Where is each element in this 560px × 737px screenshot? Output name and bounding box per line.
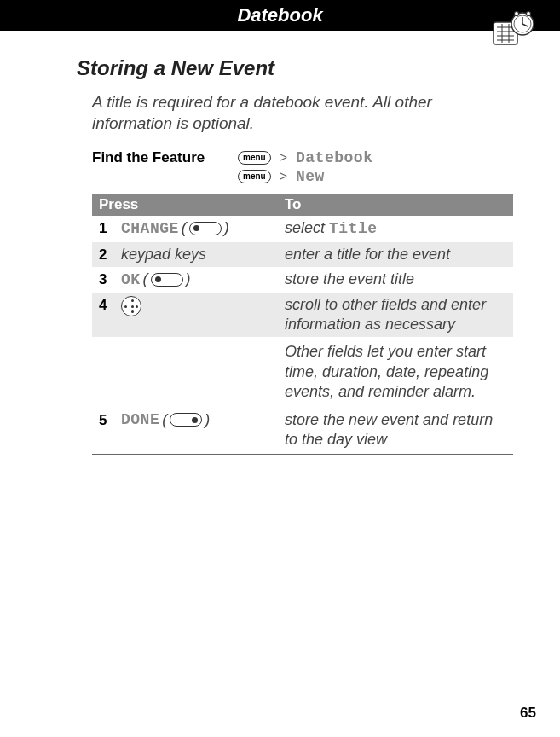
- header-bar: Datebook: [0, 0, 560, 31]
- svg-point-11: [515, 12, 519, 16]
- menu-button-icon: menu: [238, 151, 271, 165]
- step-num: 3: [99, 270, 121, 288]
- header-title: Datebook: [0, 0, 560, 31]
- to-cell: select Title: [285, 218, 506, 239]
- chevron-icon: >: [280, 169, 287, 184]
- table-row: 1 CHANGE () select Title: [92, 216, 513, 241]
- step-num: 5: [99, 410, 121, 429]
- press-cell: CHANGE (): [121, 218, 285, 237]
- th-press: Press: [99, 196, 285, 213]
- feature-row-1: Find the Feature menu > Datebook: [92, 149, 513, 166]
- to-cell: store the event title: [285, 270, 506, 289]
- step-num: 2: [99, 245, 121, 264]
- intro-text: A title is required for a datebook event…: [92, 92, 513, 134]
- datebook-clock-icon: [488, 7, 540, 49]
- table-row: 5 DONE () store the new event and return…: [92, 408, 513, 453]
- menu-button-icon: menu: [238, 170, 271, 183]
- press-cell: OK (): [121, 270, 285, 288]
- steps-table: Press To 1 CHANGE () select Title 2 keyp…: [92, 194, 513, 456]
- extra-note: Other fields let you enter start time, d…: [92, 342, 513, 402]
- path-datebook: Datebook: [296, 149, 372, 166]
- th-to: To: [285, 196, 506, 213]
- to-cell: store the new event and return to the da…: [285, 410, 506, 450]
- section-heading: Storing a New Event: [77, 56, 513, 80]
- table-row: 4 scroll to other fields and enter infor…: [92, 293, 513, 338]
- page-number: 65: [520, 705, 536, 722]
- feature-row-2: menu > New: [92, 168, 513, 185]
- softkey-left-icon: [151, 273, 183, 287]
- press-label: OK: [121, 271, 141, 288]
- content-area: Storing a New Event A title is required …: [0, 41, 560, 456]
- press-cell: keypad keys: [121, 245, 285, 264]
- press-label: CHANGE: [121, 220, 179, 237]
- chevron-icon: >: [280, 150, 287, 165]
- press-label: DONE: [121, 411, 159, 428]
- press-cell: [121, 295, 285, 316]
- press-cell: DONE (): [121, 410, 285, 429]
- nav-circle-icon: [121, 296, 141, 316]
- step-num: 4: [99, 295, 121, 314]
- to-cell: scroll to other fields and enter informa…: [285, 295, 506, 335]
- softkey-left-icon: [189, 222, 222, 235]
- step-num: 1: [99, 218, 121, 237]
- softkey-right-icon: [170, 413, 202, 427]
- path-new: New: [296, 168, 325, 185]
- feature-label: Find the Feature: [92, 149, 233, 166]
- table-row: 2 keypad keys enter a title for the even…: [92, 242, 513, 267]
- table-end-rule: [92, 454, 513, 456]
- svg-point-12: [527, 12, 531, 16]
- table-header: Press To: [92, 194, 513, 216]
- table-row: 3 OK () store the event title: [92, 267, 513, 292]
- to-cell: enter a title for the event: [285, 245, 506, 264]
